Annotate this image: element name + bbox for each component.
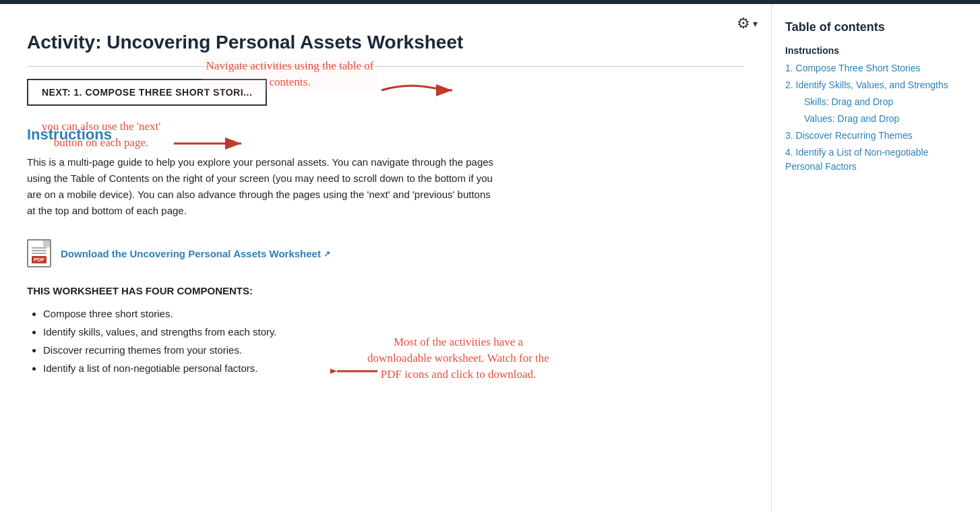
pdf-download-area: PDF Download the Uncovering Personal Ass… xyxy=(27,239,744,269)
download-link[interactable]: Download the Uncovering Personal Assets … xyxy=(61,248,330,259)
settings-toolbar[interactable]: ⚙ ▾ xyxy=(737,15,758,32)
worksheet-heading: THIS WORKSHEET HAS FOUR COMPONENTS: xyxy=(27,285,744,296)
toc-item-4[interactable]: 4. Identify a List of Non-negotiable Per… xyxy=(785,146,967,174)
next-button[interactable]: NEXT: 1. COMPOSE THREE SHORT STORI... xyxy=(27,79,267,106)
caret-icon: ▾ xyxy=(753,18,758,29)
divider xyxy=(27,66,744,67)
main-layout: ⚙ ▾ Activity: Uncovering Personal Assets… xyxy=(0,4,980,512)
pdf-fold xyxy=(43,241,50,247)
bullet-list: Compose three short stories. Identify sk… xyxy=(27,305,744,377)
page-title: Activity: Uncovering Personal Assets Wor… xyxy=(27,31,472,54)
content-area: ⚙ ▾ Activity: Uncovering Personal Assets… xyxy=(0,4,771,512)
external-link-icon: ↗ xyxy=(324,249,330,259)
next-button-area: NEXT: 1. COMPOSE THREE SHORT STORI... xyxy=(27,79,744,106)
toc-item-3[interactable]: 3. Discover Recurring Themes xyxy=(785,129,967,143)
description-text: This is a multi-page guide to help you e… xyxy=(27,154,499,219)
list-item: Discover recurring themes from your stor… xyxy=(43,341,744,359)
list-item: Identify a list of non-negotiable person… xyxy=(43,359,744,377)
toc-item-2[interactable]: 2. Identify Skills, Values, and Strength… xyxy=(785,78,967,92)
gear-icon: ⚙ xyxy=(737,15,750,32)
list-item: Identify skills, values, and strengths f… xyxy=(43,323,744,341)
pdf-icon: PDF xyxy=(27,239,53,269)
toc-subitem-values[interactable]: Values: Drag and Drop xyxy=(785,112,967,126)
pdf-badge: PDF xyxy=(32,256,47,263)
toc-subitem-skills[interactable]: Skills: Drag and Drop xyxy=(785,95,967,109)
toc-section-label: Instructions xyxy=(785,45,967,56)
toc-title: Table of contents xyxy=(785,20,967,34)
instructions-title: Instructions xyxy=(27,126,744,143)
pdf-lines xyxy=(32,247,47,254)
list-item: Compose three short stories. xyxy=(43,305,744,323)
sidebar: Table of contents Instructions 1. Compos… xyxy=(771,4,980,512)
toc-item-1[interactable]: 1. Compose Three Short Stories xyxy=(785,61,967,75)
